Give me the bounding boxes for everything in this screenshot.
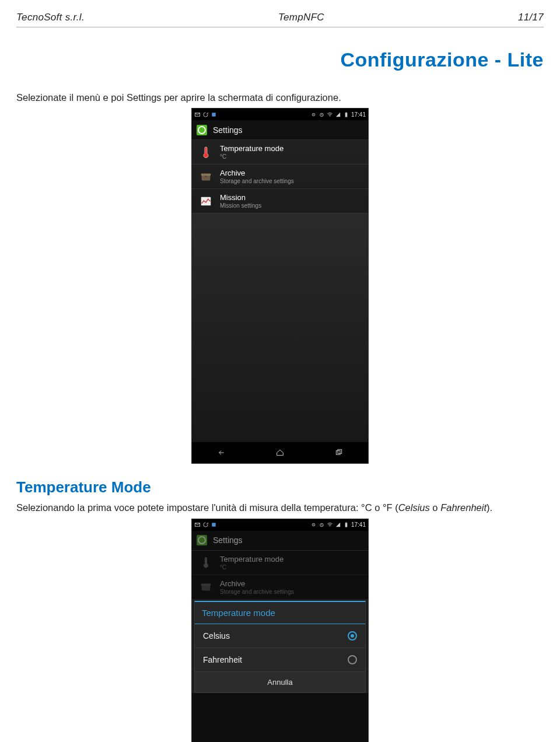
app-indicator-icon <box>211 522 217 528</box>
thermometer-icon <box>198 144 214 160</box>
wifi-icon <box>327 111 333 118</box>
status-bar: 17:41 <box>192 108 368 120</box>
svg-point-18 <box>313 524 314 525</box>
settings-item-sub: Storage and archive settings <box>220 178 294 184</box>
sync-icon <box>202 111 209 118</box>
svg-rect-13 <box>336 451 340 455</box>
dialog-option-celsius[interactable]: Celsius <box>195 624 365 648</box>
archive-icon <box>198 169 214 185</box>
section-heading: Temperature Mode <box>16 478 544 496</box>
alarm-icon <box>318 111 325 118</box>
battery-icon <box>343 111 349 118</box>
settings-item-label: Archive <box>220 169 294 177</box>
phone-empty-area <box>192 693 368 742</box>
dialog-title: Temperature mode <box>195 602 365 624</box>
section-paragraph: Selezionando la prima voce potete impost… <box>16 501 544 514</box>
settings-item-label: Temperature mode <box>220 144 284 153</box>
home-button[interactable] <box>270 447 290 459</box>
settings-list: Temperature mode °C Archive Storage and … <box>192 140 368 214</box>
page-title: Configurazione - Lite <box>16 48 544 71</box>
settings-item-archive: ArchiveStorage and archive settings <box>192 575 368 600</box>
appbar-title: Settings <box>213 536 243 545</box>
mail-icon <box>194 522 201 528</box>
status-bar: 17:41 <box>192 519 368 531</box>
intro-paragraph: Selezionate il menù e poi Settings per a… <box>16 91 544 104</box>
app-bar: Settings <box>192 531 368 551</box>
phone-empty-area <box>192 214 368 442</box>
mission-chart-icon <box>198 193 214 209</box>
app-indicator-icon <box>211 111 217 118</box>
settings-item-mission[interactable]: Mission Mission settings <box>192 189 368 214</box>
alarm-icon <box>318 522 325 528</box>
svg-rect-21 <box>345 523 348 527</box>
location-icon <box>310 522 317 528</box>
svg-rect-12 <box>201 197 211 205</box>
radio-selected-icon <box>348 631 357 640</box>
sync-icon <box>202 522 209 528</box>
svg-point-5 <box>330 116 330 116</box>
screenshot-temperature-dialog: 17:41 Settings Temperature mode°C Archiv… <box>192 519 368 742</box>
thermometer-icon <box>198 554 214 570</box>
header-product: TempNFC <box>278 12 324 23</box>
status-time: 17:41 <box>351 522 366 528</box>
app-logo-icon <box>197 535 207 545</box>
svg-rect-7 <box>346 112 347 113</box>
header-company: TecnoSoft s.r.l. <box>16 12 85 23</box>
page-header: TecnoSoft s.r.l. TempNFC 11/17 <box>16 12 544 27</box>
settings-item-sub: Mission settings <box>220 202 261 209</box>
dialog-option-label: Celsius <box>203 631 230 640</box>
settings-list-dimmed: Temperature mode°C ArchiveStorage and ar… <box>192 551 368 600</box>
svg-rect-6 <box>345 113 348 117</box>
header-page: 11/17 <box>518 12 544 23</box>
dialog-option-fahrenheit[interactable]: Fahrenheit <box>195 648 365 672</box>
svg-rect-24 <box>201 584 211 586</box>
app-logo-icon <box>197 125 207 135</box>
dialog-option-label: Fahrenheit <box>203 655 242 664</box>
temperature-mode-dialog: Temperature mode Celsius Fahrenheit Annu… <box>194 601 366 693</box>
settings-item-label: Mission <box>220 193 261 202</box>
svg-rect-16 <box>212 523 215 526</box>
back-button[interactable] <box>211 447 232 459</box>
settings-item-temperature: Temperature mode°C <box>192 551 368 575</box>
screenshot-settings: 17:41 Settings Temperature mode °C Archi… <box>192 108 368 463</box>
svg-rect-11 <box>205 176 207 177</box>
svg-point-8 <box>205 153 208 156</box>
svg-rect-14 <box>338 450 342 454</box>
battery-icon <box>343 522 349 528</box>
status-time: 17:41 <box>351 111 366 118</box>
svg-rect-22 <box>346 522 347 523</box>
archive-icon <box>198 579 214 595</box>
settings-item-sub: °C <box>220 153 284 160</box>
svg-point-20 <box>330 526 330 527</box>
radio-unselected-icon <box>348 655 357 664</box>
svg-rect-1 <box>212 113 215 116</box>
recents-button[interactable] <box>328 447 349 459</box>
settings-item-archive[interactable]: Archive Storage and archive settings <box>192 164 368 189</box>
app-bar: Settings <box>192 120 368 140</box>
nav-bar <box>192 442 368 463</box>
wifi-icon <box>327 522 333 528</box>
signal-icon <box>335 522 341 528</box>
svg-rect-10 <box>201 173 211 176</box>
location-icon <box>310 111 317 118</box>
signal-icon <box>335 111 341 118</box>
mail-icon <box>194 111 201 118</box>
settings-item-temperature[interactable]: Temperature mode °C <box>192 140 368 164</box>
svg-point-3 <box>313 114 314 115</box>
appbar-title: Settings <box>213 125 243 135</box>
dialog-cancel-button[interactable]: Annulla <box>195 672 365 692</box>
